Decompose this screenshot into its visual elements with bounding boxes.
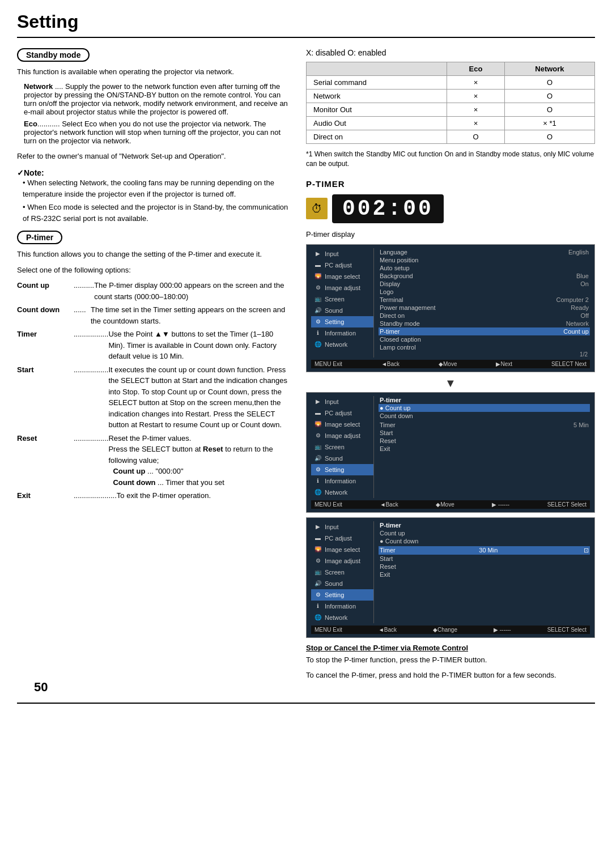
menu-row-display: DisplayOn <box>379 280 590 288</box>
table-cell-serial-eco: × <box>447 76 505 90</box>
ptimer-display-section: P-TIMER ⏱ 002:00 P-timer display <box>306 179 595 239</box>
menu-row-terminal: TerminalComputer 2 <box>379 296 590 304</box>
menu-select-3: SELECT Select <box>547 627 586 633</box>
network-icon-2: 🌐 <box>313 488 322 497</box>
page-title: Setting <box>17 11 595 38</box>
menu-item-network: 🌐Network <box>311 339 373 350</box>
menu-item-imagesel: 🌄Image select <box>311 271 373 282</box>
reset-desc-block: Reset the P-timer values.Press the SELEC… <box>108 433 289 488</box>
option-reset: Reset................. Reset the P-timer… <box>17 433 289 488</box>
pc-icon: ▬ <box>313 261 322 270</box>
menu-row-standby: Standby modeNetwork <box>379 320 590 327</box>
img-sel-icon-3: 🌄 <box>313 545 322 554</box>
ptimer-display-box: ⏱ 002:00 <box>306 194 595 223</box>
menu-item-input: ▶Input <box>311 248 373 259</box>
table-header-empty <box>307 62 447 76</box>
table-cell-monout-label: Monitor Out <box>307 103 447 117</box>
sound-icon: 🔊 <box>313 306 322 315</box>
option-exit: Exit..................... To exit the P-… <box>17 490 289 501</box>
eco-desc: Select Eco when you do not use the proje… <box>24 120 280 145</box>
menu-select-1: SELECT Next <box>551 361 586 367</box>
img-adj-icon-3: ⚙ <box>313 556 322 565</box>
menu3-item-setting-selected: ⚙Setting <box>311 589 373 601</box>
menu3-row-timer: Timer30 Min⊡ <box>379 546 590 555</box>
menu-inner-2: ▶Input ▬PC adjust 🌄Image select ⚙Image a… <box>311 396 590 498</box>
menu-screenshot-1: ▶Input ▬PC adjust 🌄Image select ⚙Image a… <box>306 244 595 372</box>
img-adj-icon: ⚙ <box>313 283 322 292</box>
table-header-eco: Eco <box>447 62 505 76</box>
menu-left-2: ▶Input ▬PC adjust 🌄Image select ⚙Image a… <box>311 396 373 498</box>
note-block: ✓Note: When selecting Network, the cooli… <box>17 168 289 224</box>
info-icon: ℹ <box>313 329 322 338</box>
menu2-item-imagesel: 🌄Image select <box>311 419 373 430</box>
menu-row-background: BackgroundBlue <box>379 272 590 280</box>
menu-move-1: ◆Move <box>439 361 457 367</box>
reset-values: Count up ... "000:00" Count down ... Tim… <box>113 466 289 488</box>
standby-mode-intro: This function is available when operatin… <box>17 66 289 78</box>
reset-desc: Reset the P-timer values.Press the SELEC… <box>108 434 273 465</box>
stop-cancel-heading: Stop or Cancel the P-timer via Remote Co… <box>306 644 595 652</box>
start-term: Start <box>17 364 74 431</box>
menu2-row-countdown: Count down <box>379 412 590 420</box>
info-icon-3: ℹ <box>313 602 322 611</box>
right-column: X: disabled O: enabled Eco Network Seria… <box>306 48 595 686</box>
menu3-row-countdown: ● Count down <box>379 537 590 545</box>
page-footer: 50 <box>17 703 595 706</box>
menu2-item-network: 🌐Network <box>311 487 373 498</box>
menu2-item-sound: 🔊Sound <box>311 453 373 464</box>
menu-screenshot-2: ▶Input ▬PC adjust 🌄Image select ⚙Image a… <box>306 392 595 513</box>
menu3-item-imagesel: 🌄Image select <box>311 544 373 555</box>
timer-term: Timer <box>17 329 74 362</box>
eco-term: Eco <box>24 120 37 128</box>
menu2-item-screen: 📺Screen <box>311 441 373 453</box>
menu3-item-imageadj: ⚙Image adjust <box>311 555 373 567</box>
menu2-row-header: P-timer <box>379 396 590 404</box>
table-cell-audioout-net: × *1 <box>504 117 594 130</box>
table-row: Direct on O O <box>307 130 595 144</box>
table-cell-directon-eco: O <box>447 130 505 144</box>
menu-row-language: LanguageEnglish <box>379 248 590 256</box>
table-cell-network-label: Network <box>307 90 447 103</box>
table-cell-directon-net: O <box>504 130 594 144</box>
menu3-item-pcadjust: ▬PC adjust <box>311 533 373 544</box>
setting-icon-2: ⚙ <box>313 465 322 474</box>
option-start: Start................. It executes the c… <box>17 364 289 431</box>
network-icon: 🌐 <box>313 340 322 349</box>
table-header-network: Network <box>504 62 594 76</box>
input-icon-2: ▶ <box>313 397 322 406</box>
eco-block: Eco........... Select Eco when you do no… <box>24 120 289 145</box>
count-down-term: Count down <box>17 304 74 326</box>
ptimer-display-label: P-timer display <box>306 230 595 239</box>
menu-back-1: ◄Back <box>381 361 400 367</box>
table-cell-network-eco: × <box>447 90 505 103</box>
reset-count-down: Count down ... Timer that you set <box>113 477 289 488</box>
exit-term: Exit <box>17 490 74 501</box>
menu-right-2: P-timer ● Count up Count down Timer5 Min… <box>373 396 590 498</box>
menu3-row-header: P-timer <box>379 521 590 529</box>
note-title: ✓Note: <box>17 168 289 177</box>
info-icon-2: ℹ <box>313 476 322 486</box>
menu-row-lamp: Lamp control <box>379 343 590 351</box>
menu-row-menupos: Menu position <box>379 256 590 264</box>
option-timer: Timer................. Use the Point ▲▼ … <box>17 329 289 362</box>
option-count-up: Count up.......... The P-timer display 0… <box>17 280 289 302</box>
menu3-row-exit: Exit <box>379 571 590 578</box>
menu-bottom-bar-1: MENU Exit ◄Back ◆Move ▶Next SELECT Next <box>311 360 590 368</box>
table-note: *1 When switch the Standby MIC out funct… <box>306 150 595 169</box>
menu-select-2: SELECT Select <box>547 501 586 508</box>
table-cell-audioout-eco: × <box>447 117 505 130</box>
menu-exit-2: MENU Exit <box>314 501 342 508</box>
menu2-row-exit: Exit <box>379 445 590 453</box>
menu-row-autosetup: Auto setup <box>379 264 590 272</box>
menu-count-1: 1/2 <box>379 351 590 358</box>
input-icon-3: ▶ <box>313 522 322 531</box>
network-dots: .... <box>53 82 65 91</box>
menu-item-info: ℹInformation <box>311 327 373 339</box>
menu-left-1: ▶Input ▬PC adjust 🌄Image select ⚙Image a… <box>311 248 373 358</box>
menu2-row-reset: Reset <box>379 437 590 445</box>
menu-item-screen: 📺Screen <box>311 293 373 305</box>
menu-back-2: ◄Back <box>380 501 398 508</box>
input-icon: ▶ <box>313 249 322 258</box>
menu-next-2: ▶ ------ <box>492 501 509 508</box>
p-timer-section: P-timer This function allows you to chan… <box>17 231 289 501</box>
